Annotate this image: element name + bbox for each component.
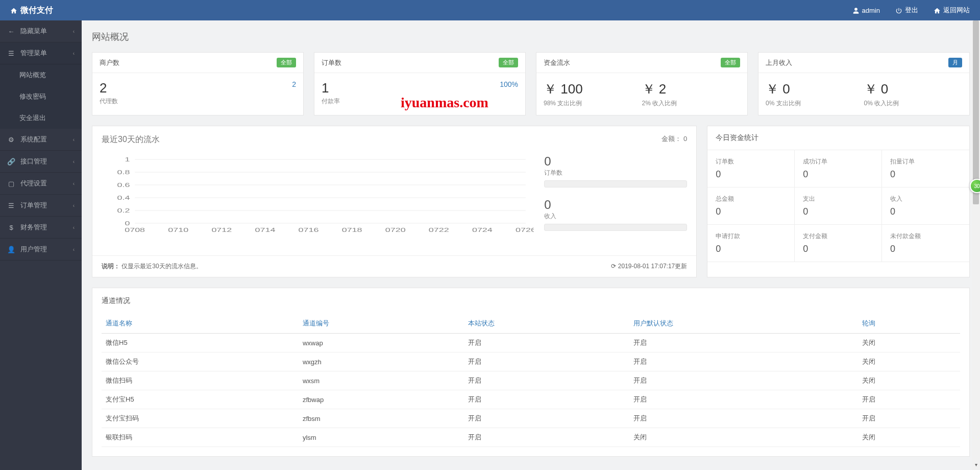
today-cell: 成功订单0 (795, 150, 882, 187)
list-icon: ☰ (7, 202, 15, 209)
stat-value: ￥ 2 (642, 80, 741, 98)
chevron-left-icon: ‹ (73, 181, 75, 186)
sidebar-item[interactable]: ☰订单管理‹ (0, 195, 82, 217)
sidebar-item-label: 管理菜单 (20, 49, 47, 58)
table-cell: 开启 (629, 353, 858, 371)
table-header[interactable]: 轮询 (858, 314, 960, 334)
sidebar-item[interactable]: 👤用户管理‹ (0, 239, 82, 261)
chevron-left-icon: ‹ (73, 29, 75, 34)
chart-title: 最近30天的流水 (102, 134, 160, 145)
power-icon (895, 6, 902, 14)
arrow-left-icon: ← (7, 28, 15, 35)
brand[interactable]: 微付支付 (10, 5, 53, 16)
sidebar-sub-item[interactable]: 修改密码 (0, 86, 82, 107)
stat-sub: 98% 支出比例 (544, 99, 642, 108)
table-cell: 开启 (464, 353, 629, 371)
table-cell: wxwap (299, 334, 464, 353)
sidebar-item-label: 安全退出 (19, 113, 46, 123)
today-value: 0 (803, 206, 873, 217)
sidebar-hide-menu[interactable]: ← 隐藏菜单 ‹ (0, 20, 82, 42)
sidebar-item[interactable]: ⚙系统配置‹ (0, 129, 82, 151)
svg-text:0714: 0714 (255, 227, 276, 233)
stat-badge[interactable]: 全部 (277, 58, 296, 67)
today-cell: 扣量订单0 (882, 150, 969, 187)
side-value: 0 (544, 154, 687, 169)
progress-bar (544, 180, 687, 187)
stat-sub: 0% 支出比例 (766, 99, 864, 108)
table-cell: 微信H5 (102, 334, 299, 353)
chart-refresh[interactable]: ⟳ 2019-08-01 17:07:17更新 (611, 262, 687, 271)
chart-card: 最近30天的流水 金额： 0 00.20.40.60.8107080710071… (92, 126, 697, 277)
today-label: 成功订单 (803, 157, 873, 166)
chart-amount: 金额： 0 (662, 134, 687, 145)
today-cell: 申请打款0 (707, 225, 795, 262)
table-cell: 关闭 (858, 371, 960, 390)
today-value: 0 (716, 206, 786, 217)
today-label: 申请打款 (716, 232, 786, 241)
stat-title: 商户数 (100, 58, 119, 67)
stat-badge[interactable]: 月 (948, 58, 962, 67)
table-row: 微信公众号wxgzh开启开启关闭 (102, 353, 960, 371)
gear-icon: ⚙ (7, 136, 15, 144)
table-row: 支付宝扫码zfbsm开启开启开启 (102, 409, 960, 428)
chevron-left-icon: ‹ (73, 159, 75, 165)
stat-value: ￥ 100 (544, 80, 642, 98)
monitor-icon: ▢ (7, 180, 15, 187)
chart-side-block: 0订单数 (544, 154, 687, 187)
svg-text:0716: 0716 (299, 227, 319, 233)
channel-title: 通道情况 (92, 288, 969, 314)
scroll-down-icon[interactable]: ▾ (972, 462, 980, 470)
today-label: 支出 (803, 195, 873, 203)
nav-back-label: 返回网站 (943, 6, 970, 15)
nav-back[interactable]: 返回网站 (934, 6, 970, 15)
scroll-thumb[interactable] (973, 20, 979, 204)
table-cell: 微信扫码 (102, 371, 299, 390)
page-title: 网站概况 (92, 31, 970, 43)
float-badge[interactable]: 30 (970, 179, 980, 193)
table-header[interactable]: 本站状态 (464, 314, 629, 334)
sidebar-sub-item[interactable]: 网站概览 (0, 64, 82, 86)
stat-card: 订单数全部1付款率100% (314, 52, 526, 115)
sidebar-item[interactable]: ▢代理设置‹ (0, 173, 82, 195)
table-cell: 支付宝H5 (102, 390, 299, 409)
today-label: 未付款金额 (890, 232, 961, 241)
table-cell: 开启 (464, 409, 629, 428)
chart-note-bold: 说明： (102, 263, 120, 270)
sidebar: ← 隐藏菜单 ‹ ☰ 管理菜单 ‹ 网站概览修改密码安全退出 ⚙系统配置‹🔗接口… (0, 20, 82, 470)
sidebar-item[interactable]: $财务管理‹ (0, 217, 82, 239)
sidebar-item-label: 修改密码 (19, 92, 46, 101)
stat-title: 上月收入 (766, 58, 792, 67)
table-header[interactable]: 通道编号 (299, 314, 464, 334)
progress-bar (544, 224, 687, 231)
table-cell: 开启 (629, 371, 858, 390)
nav-logout[interactable]: 登出 (895, 6, 918, 15)
nav-logout-label: 登出 (905, 6, 918, 15)
stat-badge[interactable]: 全部 (499, 58, 518, 67)
table-cell: 开启 (464, 371, 629, 390)
sidebar-item-label: 用户管理 (20, 245, 47, 254)
sidebar-sub-item[interactable]: 安全退出 (0, 107, 82, 129)
table-cell: 开启 (464, 428, 629, 447)
today-value: 0 (890, 206, 961, 217)
today-label: 扣量订单 (890, 157, 961, 166)
table-header[interactable]: 通道名称 (102, 314, 299, 334)
chart-note-text: 仅显示最近30天的流水信息。 (121, 263, 202, 270)
svg-text:1: 1 (125, 156, 130, 162)
chart-note: 说明： 仅显示最近30天的流水信息。 (102, 262, 202, 271)
table-cell: 关闭 (629, 428, 858, 447)
nav-user[interactable]: admin (852, 6, 880, 14)
scrollbar[interactable]: ▴ ▾ (972, 0, 980, 470)
table-header[interactable]: 用户默认状态 (629, 314, 858, 334)
today-value: 0 (716, 244, 786, 254)
svg-text:0708: 0708 (125, 227, 145, 233)
svg-text:0722: 0722 (429, 227, 449, 233)
link-icon: 🔗 (7, 158, 15, 166)
stat-badge[interactable]: 全部 (721, 58, 740, 67)
refresh-icon: ⟳ (611, 263, 616, 270)
svg-text:0718: 0718 (342, 227, 362, 233)
sidebar-item-label: 网站概览 (19, 70, 46, 80)
chevron-left-icon: ‹ (73, 203, 75, 208)
sidebar-manage-menu[interactable]: ☰ 管理菜单 ‹ (0, 42, 82, 64)
sidebar-item[interactable]: 🔗接口管理‹ (0, 151, 82, 173)
table-cell: 关闭 (858, 428, 960, 447)
